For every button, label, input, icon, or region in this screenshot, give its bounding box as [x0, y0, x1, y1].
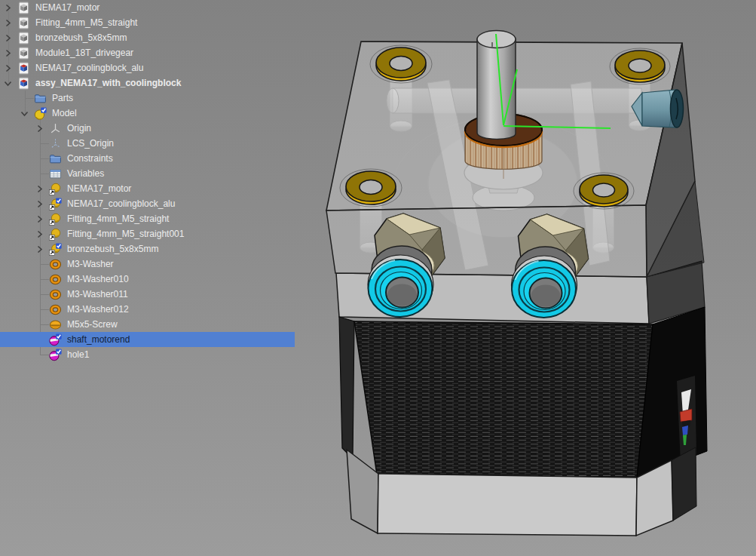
tree-connector: [35, 332, 44, 347]
m3-washer: [610, 48, 670, 84]
tree-item-label: bronzebush_5x8x5mm: [67, 241, 158, 256]
link-icon: [49, 213, 62, 226]
tree-connector: [35, 272, 44, 287]
tree-item-lcs-origin[interactable]: LCS_Origin: [0, 136, 295, 151]
folder-icon: [49, 152, 62, 165]
tree-item-label: hole1: [67, 347, 89, 362]
tree-item-label: M3-Washer011: [67, 287, 128, 302]
motor-lamination-stack[interactable]: [339, 307, 707, 478]
tree-item-label: shaft_motorend: [67, 332, 130, 347]
tree-item-nema17-motor[interactable]: NEMA17_motor: [0, 0, 263, 15]
model-check-icon: [34, 107, 47, 120]
tree-item-nema17-coolingblock-alu[interactable]: NEMA17_coolingblock_alu: [0, 60, 263, 75]
m3-washer: [340, 169, 402, 207]
tree-item-label: bronzebush_5x8x5mm: [35, 30, 127, 45]
link-icon: [49, 228, 62, 241]
wire-blue: [682, 425, 688, 435]
document-active-icon: [17, 62, 30, 75]
origin-icon: [49, 122, 62, 135]
m3-washer: [574, 173, 634, 209]
tree-item-variables[interactable]: Variables: [0, 166, 295, 181]
chevron-right-icon[interactable]: [35, 196, 44, 211]
tree-item-label: M3-Washer012: [67, 302, 129, 317]
tree-connector: [20, 91, 29, 106]
chevron-right-icon[interactable]: [35, 226, 44, 241]
tree-item-m3-washer010[interactable]: M3-Washer010: [0, 272, 295, 287]
tree-item-fitting-4mm-m5-straight[interactable]: Fitting_4mm_M5_straight: [0, 15, 263, 30]
tree-item-label: LCS_Origin: [67, 136, 114, 151]
washer-icon: [49, 288, 62, 301]
document-active-icon: [17, 77, 30, 90]
tree-connector: [35, 317, 44, 332]
chevron-right-icon[interactable]: [35, 181, 44, 196]
document-gray-icon: [17, 17, 30, 29]
sketch-check-icon: [49, 333, 62, 346]
tree-item-m3-washer011[interactable]: M3-Washer011: [0, 287, 295, 302]
tree-item-model[interactable]: Model: [0, 106, 280, 121]
sketch-check-icon: [49, 349, 62, 361]
tree-connector: [35, 302, 44, 317]
document-gray-icon: [17, 2, 30, 14]
chevron-right-icon[interactable]: [3, 45, 13, 60]
chevron-right-icon[interactable]: [35, 211, 44, 226]
tree-item-fitting-4mm-m5-straight001[interactable]: Fitting_4mm_M5_straight001: [0, 226, 295, 241]
chevron-right-icon[interactable]: [3, 0, 13, 15]
tree-item-label: Model: [52, 106, 77, 121]
chevron-down-icon[interactable]: [3, 75, 13, 91]
link-check-icon: [49, 198, 62, 210]
tree-item-label: Origin: [67, 121, 91, 136]
tree-item-label: Fitting_4mm_M5_straight001: [67, 226, 184, 241]
chevron-down-icon[interactable]: [20, 106, 29, 121]
tree-item-label: Fitting_4mm_M5_straight: [35, 15, 137, 30]
tree-item-label: Constraints: [67, 151, 113, 166]
tree-item-label: NEMA17_coolingblock_alu: [67, 196, 175, 211]
tree-item-label: Parts: [52, 91, 73, 106]
tree-item-constraints[interactable]: Constraints: [0, 151, 295, 166]
variables-icon: [49, 167, 62, 180]
tree-item-hole1[interactable]: hole1: [0, 347, 295, 362]
chevron-right-icon[interactable]: [35, 241, 44, 256]
tree-item-nema17-motor[interactable]: NEMA17_motor: [0, 181, 295, 196]
chevron-right-icon[interactable]: [3, 60, 13, 75]
washer-icon: [49, 258, 62, 271]
tree-item-module1-18t-drivegear[interactable]: Module1_18T_drivegear: [0, 45, 263, 60]
chevron-right-icon[interactable]: [3, 30, 13, 45]
tree-item-nema17-coolingblock-alu[interactable]: NEMA17_coolingblock_alu: [0, 196, 295, 211]
tree-item-assy-nema17-with-coolingblock[interactable]: assy_NEMA17_with_coolingblock: [0, 75, 263, 91]
tree-connector: [35, 347, 44, 362]
link-icon: [49, 183, 62, 195]
tree-item-label: Fitting_4mm_M5_straight: [67, 211, 169, 226]
tree-item-shaft-motorend[interactable]: shaft_motorend: [0, 332, 295, 347]
m3-washer: [370, 45, 432, 83]
tree-item-label: assy_NEMA17_with_coolingblock: [35, 75, 181, 91]
tree-item-m3-washer012[interactable]: M3-Washer012: [0, 302, 295, 317]
tree-item-label: NEMA17_coolingblock_alu: [35, 60, 143, 75]
tree-item-parts[interactable]: Parts: [0, 91, 280, 106]
tree-connector: [35, 287, 44, 302]
tree-connector: [35, 256, 44, 272]
tree-item-bronzebush-5x8x5mm[interactable]: bronzebush_5x8x5mm: [0, 241, 295, 256]
tree-item-label: M3-Washer: [67, 256, 114, 272]
washer-icon: [49, 303, 62, 316]
lcs-icon: [49, 137, 62, 150]
tree-item-fitting-4mm-m5-straight[interactable]: Fitting_4mm_M5_straight: [0, 211, 295, 226]
tree-item-m5x5-screw[interactable]: M5x5-Screw: [0, 317, 295, 332]
tree-item-label: Module1_18T_drivegear: [35, 45, 133, 60]
link-check-icon: [49, 243, 62, 256]
tree-item-label: Variables: [67, 166, 104, 181]
tree-item-label: NEMA17_motor: [67, 181, 131, 196]
model-tree-panel: NEMA17_motorFitting_4mm_M5_straightbronz…: [0, 0, 265, 362]
chevron-right-icon[interactable]: [3, 15, 13, 30]
tree-connector: [35, 136, 44, 151]
tree-item-m3-washer[interactable]: M3-Washer: [0, 256, 295, 272]
tree-item-bronzebush-5x8x5mm[interactable]: bronzebush_5x8x5mm: [0, 30, 263, 45]
tree-item-label: NEMA17_motor: [35, 0, 99, 15]
tree-item-label: M5x5-Screw: [67, 317, 118, 332]
chevron-right-icon[interactable]: [35, 121, 44, 136]
document-gray-icon: [17, 32, 30, 45]
washer-icon: [49, 273, 62, 286]
tree-item-label: M3-Washer010: [67, 272, 129, 287]
tree-item-origin[interactable]: Origin: [0, 121, 295, 136]
screw-icon: [49, 318, 62, 331]
folder-icon: [34, 92, 47, 105]
